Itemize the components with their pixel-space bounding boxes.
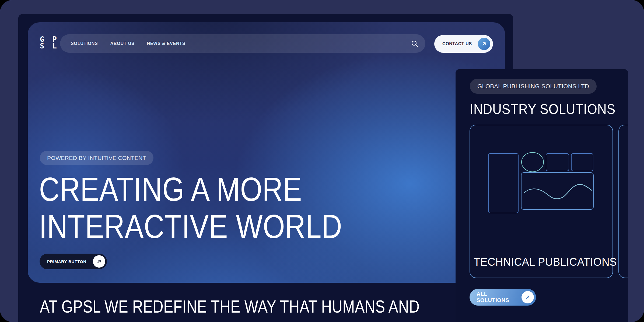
company-badge-label: GLOBAL PUBLISHING SOLUTIONS LTD — [477, 83, 589, 90]
wireframe-wave-panel — [521, 172, 594, 210]
search-icon[interactable] — [411, 40, 418, 47]
arrow-up-right-icon — [93, 255, 105, 268]
arrow-up-right-icon — [522, 291, 534, 303]
wave-line-icon — [522, 173, 593, 209]
company-badge: GLOBAL PUBLISHING SOLUTIONS LTD — [470, 79, 597, 94]
nav-link-solutions[interactable]: SOLUTIONS — [71, 41, 98, 46]
all-solutions-button[interactable]: ALL SOLUTIONS — [470, 289, 536, 306]
wireframe-square-1 — [546, 153, 569, 171]
arrow-up-right-icon — [478, 38, 490, 50]
wireframe-square-2 — [571, 153, 593, 171]
solution-card-next[interactable] — [618, 125, 628, 278]
wireframe-tall-rectangle — [488, 153, 519, 213]
industry-solutions-panel: GLOBAL PUBLISHING SOLUTIONS LTD INDUSTRY… — [456, 69, 628, 322]
screenshot-frame: G PS L SOLUTIONS ABOUT US NEWS & EVENTS … — [0, 0, 644, 322]
logo-line-2: S L — [40, 42, 59, 50]
primary-button-label: PRIMARY BUTTON — [47, 259, 86, 264]
all-solutions-label: ALL SOLUTIONS — [477, 291, 522, 303]
contact-us-button[interactable]: CONTACT US — [434, 35, 493, 53]
hero-headline-line-2: INTERACTIVE WORLD — [39, 208, 342, 245]
hero-section: G PS L SOLUTIONS ABOUT US NEWS & EVENTS … — [28, 22, 505, 283]
wireframe-ellipse — [521, 152, 544, 172]
hero-badge-label: POWERED BY INTUITIVE CONTENT — [47, 155, 146, 161]
primary-button[interactable]: PRIMARY BUTTON — [40, 254, 107, 269]
card-label: TECHNICAL PUBLICATIONS — [474, 256, 609, 268]
hero-headline-line-1: CREATING A MORE — [39, 171, 302, 208]
gpsl-logo[interactable]: G PS L — [40, 36, 59, 49]
main-browser-window: G PS L SOLUTIONS ABOUT US NEWS & EVENTS … — [18, 14, 513, 322]
solutions-card-row: TECHNICAL PUBLICATIONS — [470, 125, 628, 278]
nav-link-about-us[interactable]: ABOUT US — [110, 41, 135, 46]
hero-headline: CREATING A MOREINTERACTIVE WORLD — [39, 171, 342, 245]
solution-card-technical-publications[interactable]: TECHNICAL PUBLICATIONS — [470, 125, 613, 278]
panel-title: INDUSTRY SOLUTIONS — [470, 101, 615, 117]
main-navigation: SOLUTIONS ABOUT US NEWS & EVENTS — [60, 34, 425, 53]
hero-badge: POWERED BY INTUITIVE CONTENT — [40, 151, 153, 165]
contact-us-label: CONTACT US — [442, 41, 472, 46]
intro-headline: AT GPSL WE REDEFINE THE WAY THAT HUMANS … — [40, 296, 419, 318]
nav-link-news-events[interactable]: NEWS & EVENTS — [147, 41, 186, 46]
